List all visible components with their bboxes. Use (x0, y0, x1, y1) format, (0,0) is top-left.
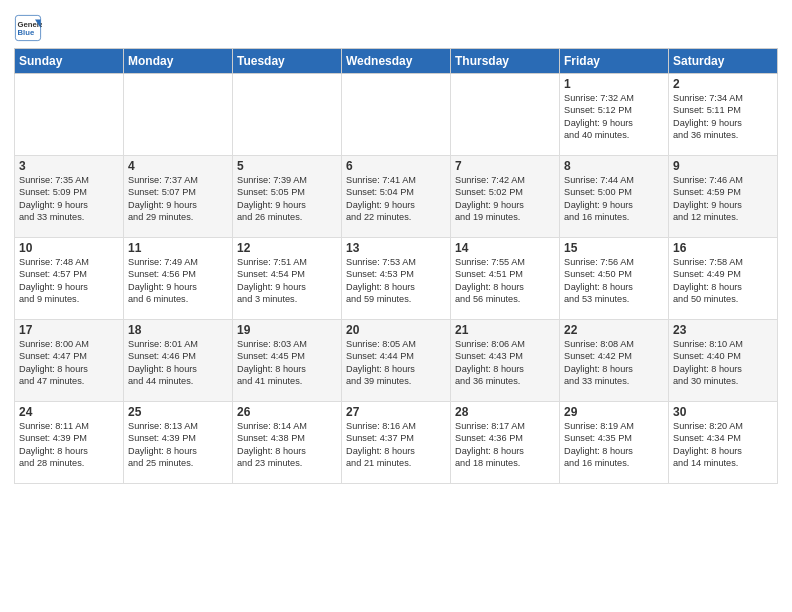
day-detail: Sunrise: 7:46 AM Sunset: 4:59 PM Dayligh… (673, 174, 773, 224)
weekday-monday: Monday (124, 49, 233, 74)
day-number: 5 (237, 159, 337, 173)
day-cell: 25Sunrise: 8:13 AM Sunset: 4:39 PM Dayli… (124, 402, 233, 484)
logo-icon: General Blue (14, 14, 42, 42)
day-cell: 4Sunrise: 7:37 AM Sunset: 5:07 PM Daylig… (124, 156, 233, 238)
day-number: 23 (673, 323, 773, 337)
day-number: 24 (19, 405, 119, 419)
day-cell: 24Sunrise: 8:11 AM Sunset: 4:39 PM Dayli… (15, 402, 124, 484)
day-detail: Sunrise: 7:37 AM Sunset: 5:07 PM Dayligh… (128, 174, 228, 224)
header: General Blue (14, 10, 778, 42)
day-cell: 20Sunrise: 8:05 AM Sunset: 4:44 PM Dayli… (342, 320, 451, 402)
weekday-header-row: SundayMondayTuesdayWednesdayThursdayFrid… (15, 49, 778, 74)
day-cell: 28Sunrise: 8:17 AM Sunset: 4:36 PM Dayli… (451, 402, 560, 484)
logo: General Blue (14, 14, 46, 42)
day-cell: 7Sunrise: 7:42 AM Sunset: 5:02 PM Daylig… (451, 156, 560, 238)
page: General Blue SundayMondayTuesdayWednesda… (0, 0, 792, 612)
day-number: 7 (455, 159, 555, 173)
day-number: 27 (346, 405, 446, 419)
day-cell: 21Sunrise: 8:06 AM Sunset: 4:43 PM Dayli… (451, 320, 560, 402)
day-number: 19 (237, 323, 337, 337)
day-number: 1 (564, 77, 664, 91)
day-detail: Sunrise: 7:34 AM Sunset: 5:11 PM Dayligh… (673, 92, 773, 142)
day-number: 16 (673, 241, 773, 255)
day-detail: Sunrise: 7:41 AM Sunset: 5:04 PM Dayligh… (346, 174, 446, 224)
day-cell: 13Sunrise: 7:53 AM Sunset: 4:53 PM Dayli… (342, 238, 451, 320)
day-cell: 9Sunrise: 7:46 AM Sunset: 4:59 PM Daylig… (669, 156, 778, 238)
day-cell: 19Sunrise: 8:03 AM Sunset: 4:45 PM Dayli… (233, 320, 342, 402)
week-row-5: 24Sunrise: 8:11 AM Sunset: 4:39 PM Dayli… (15, 402, 778, 484)
week-row-4: 17Sunrise: 8:00 AM Sunset: 4:47 PM Dayli… (15, 320, 778, 402)
day-number: 21 (455, 323, 555, 337)
weekday-tuesday: Tuesday (233, 49, 342, 74)
day-number: 22 (564, 323, 664, 337)
day-cell (342, 74, 451, 156)
day-cell: 30Sunrise: 8:20 AM Sunset: 4:34 PM Dayli… (669, 402, 778, 484)
day-detail: Sunrise: 7:32 AM Sunset: 5:12 PM Dayligh… (564, 92, 664, 142)
weekday-wednesday: Wednesday (342, 49, 451, 74)
day-detail: Sunrise: 7:48 AM Sunset: 4:57 PM Dayligh… (19, 256, 119, 306)
day-number: 8 (564, 159, 664, 173)
day-cell: 26Sunrise: 8:14 AM Sunset: 4:38 PM Dayli… (233, 402, 342, 484)
day-detail: Sunrise: 8:11 AM Sunset: 4:39 PM Dayligh… (19, 420, 119, 470)
day-cell: 22Sunrise: 8:08 AM Sunset: 4:42 PM Dayli… (560, 320, 669, 402)
day-number: 30 (673, 405, 773, 419)
weekday-sunday: Sunday (15, 49, 124, 74)
week-row-2: 3Sunrise: 7:35 AM Sunset: 5:09 PM Daylig… (15, 156, 778, 238)
day-detail: Sunrise: 8:20 AM Sunset: 4:34 PM Dayligh… (673, 420, 773, 470)
day-number: 12 (237, 241, 337, 255)
day-cell: 27Sunrise: 8:16 AM Sunset: 4:37 PM Dayli… (342, 402, 451, 484)
day-cell: 1Sunrise: 7:32 AM Sunset: 5:12 PM Daylig… (560, 74, 669, 156)
day-number: 9 (673, 159, 773, 173)
day-detail: Sunrise: 8:19 AM Sunset: 4:35 PM Dayligh… (564, 420, 664, 470)
day-detail: Sunrise: 7:55 AM Sunset: 4:51 PM Dayligh… (455, 256, 555, 306)
day-detail: Sunrise: 8:06 AM Sunset: 4:43 PM Dayligh… (455, 338, 555, 388)
day-detail: Sunrise: 8:14 AM Sunset: 4:38 PM Dayligh… (237, 420, 337, 470)
svg-text:Blue: Blue (18, 28, 35, 37)
weekday-thursday: Thursday (451, 49, 560, 74)
day-number: 26 (237, 405, 337, 419)
day-number: 25 (128, 405, 228, 419)
day-detail: Sunrise: 8:16 AM Sunset: 4:37 PM Dayligh… (346, 420, 446, 470)
day-number: 20 (346, 323, 446, 337)
day-cell: 14Sunrise: 7:55 AM Sunset: 4:51 PM Dayli… (451, 238, 560, 320)
day-cell: 29Sunrise: 8:19 AM Sunset: 4:35 PM Dayli… (560, 402, 669, 484)
day-cell: 6Sunrise: 7:41 AM Sunset: 5:04 PM Daylig… (342, 156, 451, 238)
weekday-friday: Friday (560, 49, 669, 74)
day-cell: 18Sunrise: 8:01 AM Sunset: 4:46 PM Dayli… (124, 320, 233, 402)
week-row-3: 10Sunrise: 7:48 AM Sunset: 4:57 PM Dayli… (15, 238, 778, 320)
day-number: 2 (673, 77, 773, 91)
day-cell: 15Sunrise: 7:56 AM Sunset: 4:50 PM Dayli… (560, 238, 669, 320)
day-cell (124, 74, 233, 156)
day-cell (233, 74, 342, 156)
day-detail: Sunrise: 7:35 AM Sunset: 5:09 PM Dayligh… (19, 174, 119, 224)
day-cell: 17Sunrise: 8:00 AM Sunset: 4:47 PM Dayli… (15, 320, 124, 402)
day-detail: Sunrise: 7:58 AM Sunset: 4:49 PM Dayligh… (673, 256, 773, 306)
day-detail: Sunrise: 8:03 AM Sunset: 4:45 PM Dayligh… (237, 338, 337, 388)
day-cell: 11Sunrise: 7:49 AM Sunset: 4:56 PM Dayli… (124, 238, 233, 320)
week-row-1: 1Sunrise: 7:32 AM Sunset: 5:12 PM Daylig… (15, 74, 778, 156)
day-detail: Sunrise: 7:53 AM Sunset: 4:53 PM Dayligh… (346, 256, 446, 306)
day-cell: 12Sunrise: 7:51 AM Sunset: 4:54 PM Dayli… (233, 238, 342, 320)
day-cell: 2Sunrise: 7:34 AM Sunset: 5:11 PM Daylig… (669, 74, 778, 156)
day-detail: Sunrise: 8:10 AM Sunset: 4:40 PM Dayligh… (673, 338, 773, 388)
day-cell: 5Sunrise: 7:39 AM Sunset: 5:05 PM Daylig… (233, 156, 342, 238)
day-cell (15, 74, 124, 156)
day-detail: Sunrise: 7:39 AM Sunset: 5:05 PM Dayligh… (237, 174, 337, 224)
day-detail: Sunrise: 8:08 AM Sunset: 4:42 PM Dayligh… (564, 338, 664, 388)
day-detail: Sunrise: 8:01 AM Sunset: 4:46 PM Dayligh… (128, 338, 228, 388)
day-number: 10 (19, 241, 119, 255)
day-detail: Sunrise: 7:56 AM Sunset: 4:50 PM Dayligh… (564, 256, 664, 306)
day-number: 14 (455, 241, 555, 255)
day-cell (451, 74, 560, 156)
day-number: 4 (128, 159, 228, 173)
day-number: 15 (564, 241, 664, 255)
day-cell: 8Sunrise: 7:44 AM Sunset: 5:00 PM Daylig… (560, 156, 669, 238)
day-number: 6 (346, 159, 446, 173)
day-detail: Sunrise: 8:00 AM Sunset: 4:47 PM Dayligh… (19, 338, 119, 388)
weekday-saturday: Saturday (669, 49, 778, 74)
day-number: 29 (564, 405, 664, 419)
day-detail: Sunrise: 8:05 AM Sunset: 4:44 PM Dayligh… (346, 338, 446, 388)
day-detail: Sunrise: 8:17 AM Sunset: 4:36 PM Dayligh… (455, 420, 555, 470)
day-number: 3 (19, 159, 119, 173)
day-number: 28 (455, 405, 555, 419)
